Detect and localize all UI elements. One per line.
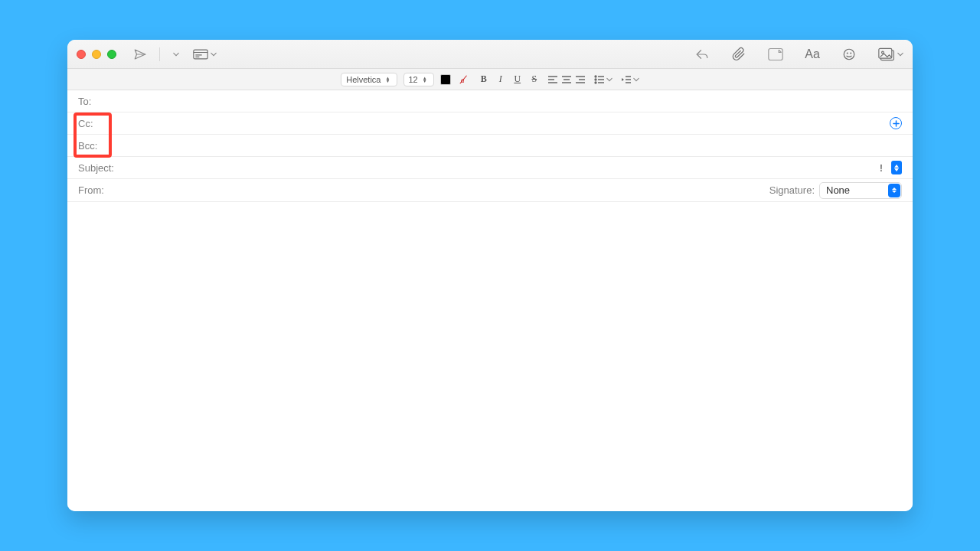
minimize-window-button[interactable]: [92, 50, 101, 59]
signature-value: None: [826, 184, 850, 196]
indent-button[interactable]: [619, 75, 639, 84]
strike-button[interactable]: S: [528, 73, 541, 86]
signature-label: Signature:: [769, 184, 815, 196]
plus-icon: [893, 120, 900, 127]
attach-button[interactable]: [729, 45, 749, 64]
align-center-icon: [561, 75, 572, 84]
alignment-group: [547, 75, 586, 84]
font-family-value: Helvetica: [346, 75, 381, 84]
emoji-button[interactable]: [839, 45, 859, 64]
svg-point-24: [595, 79, 596, 80]
list-button[interactable]: [592, 75, 612, 84]
text-style-icon: a: [459, 74, 469, 85]
svg-point-22: [595, 76, 596, 77]
svg-point-7: [851, 53, 851, 54]
header-fields: To: Cc: Bcc: Subject: !: [67, 90, 913, 202]
font-icon: Aa: [805, 47, 820, 61]
header-fields-icon: [193, 49, 208, 60]
from-label: From:: [78, 184, 118, 196]
signature-select[interactable]: None: [819, 182, 902, 199]
align-center-button[interactable]: [561, 75, 572, 84]
bcc-label: Bcc:: [78, 140, 118, 152]
add-contact-button[interactable]: [890, 117, 902, 129]
chevron-down-icon: [633, 77, 639, 83]
send-later-dropdown[interactable]: [169, 45, 180, 64]
header-fields-button[interactable]: [191, 45, 217, 64]
svg-rect-4: [769, 48, 782, 60]
format-button[interactable]: Aa: [802, 45, 822, 64]
to-row[interactable]: To:: [67, 90, 913, 112]
svg-point-26: [595, 82, 596, 83]
italic-button[interactable]: I: [494, 73, 508, 86]
rich-link-button[interactable]: [766, 45, 786, 64]
emoji-icon: [842, 47, 856, 61]
svg-rect-0: [194, 50, 207, 59]
bold-button[interactable]: B: [477, 73, 491, 86]
select-knob-icon: [888, 184, 900, 197]
indent-icon: [621, 75, 632, 84]
compose-window: Aa Helvetica ▲▼ 12: [67, 40, 913, 511]
subject-row[interactable]: Subject: !: [67, 157, 913, 179]
font-size-select[interactable]: 12 ▲▼: [403, 73, 434, 86]
reply-button[interactable]: [692, 45, 712, 64]
chevron-down-icon: [211, 51, 217, 57]
text-style-button[interactable]: a: [457, 73, 471, 86]
align-right-icon: [575, 75, 586, 84]
from-row[interactable]: From: Signature: None: [67, 179, 913, 202]
text-style-group: B I U S: [477, 73, 541, 86]
reply-icon: [694, 47, 710, 61]
stepper-icon: ▲▼: [386, 77, 392, 83]
send-button[interactable]: [130, 45, 150, 64]
cc-row[interactable]: Cc:: [67, 112, 913, 135]
toolbar-separator: [159, 47, 160, 61]
format-bar: Helvetica ▲▼ 12 ▲▼ a B I U S: [67, 69, 913, 90]
link-card-icon: [768, 47, 783, 61]
close-window-button[interactable]: [77, 50, 86, 59]
list-icon: [594, 75, 605, 84]
stepper-icon: ▲▼: [423, 77, 429, 83]
text-color-swatch[interactable]: [440, 74, 451, 85]
priority-stepper[interactable]: [891, 161, 902, 174]
align-right-button[interactable]: [575, 75, 586, 84]
to-label: To:: [78, 96, 118, 107]
insert-photo-button[interactable]: [876, 45, 903, 64]
send-icon: [133, 47, 147, 61]
paperclip-icon: [732, 47, 746, 62]
chevron-down-icon: [173, 51, 179, 57]
align-left-button[interactable]: [547, 75, 558, 84]
font-size-value: 12: [409, 75, 418, 84]
zoom-window-button[interactable]: [107, 50, 116, 59]
titlebar: Aa: [67, 40, 913, 69]
photo-icon: [878, 47, 895, 61]
font-family-select[interactable]: Helvetica ▲▼: [341, 73, 397, 86]
svg-point-6: [847, 53, 848, 54]
subject-label: Subject:: [78, 162, 124, 174]
underline-button[interactable]: U: [511, 73, 524, 86]
align-left-icon: [547, 75, 558, 84]
priority-indicator: !: [876, 161, 887, 174]
bcc-row[interactable]: Bcc:: [67, 135, 913, 157]
svg-point-5: [844, 49, 854, 60]
window-controls: [77, 50, 116, 59]
cc-label: Cc:: [78, 118, 118, 129]
chevron-down-icon: [606, 77, 612, 83]
chevron-down-icon: [897, 51, 903, 57]
message-body[interactable]: [67, 202, 913, 511]
